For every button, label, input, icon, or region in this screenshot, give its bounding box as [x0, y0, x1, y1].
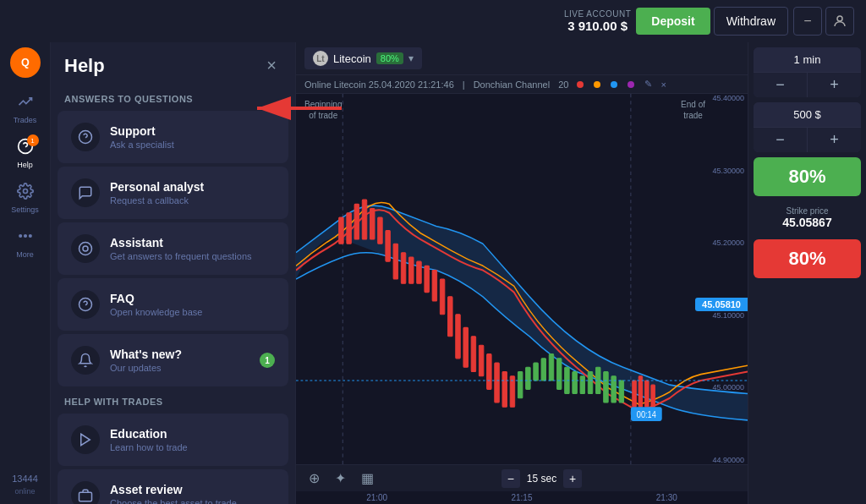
- help-item-assistant[interactable]: Assistant Get answers to frequent questi…: [58, 222, 288, 275]
- svg-point-5: [23, 189, 27, 194]
- svg-rect-26: [362, 200, 367, 239]
- strike-value: 45.05867: [755, 216, 859, 229]
- svg-text:Q: Q: [21, 57, 30, 68]
- svg-rect-60: [633, 381, 637, 407]
- section2-title: Help with Trades: [51, 388, 295, 412]
- chart-svg: 00:14: [296, 94, 748, 464]
- svg-marker-15: [81, 434, 90, 446]
- time-decrease-btn[interactable]: −: [754, 72, 808, 97]
- down-trade-button[interactable]: 80%: [754, 239, 861, 278]
- time-value: 1 min: [754, 47, 861, 72]
- litecoin-icon: Lt: [313, 51, 328, 66]
- dot-blue: [611, 81, 617, 88]
- online-section: 13444 online: [12, 470, 38, 504]
- edit-indicator-icon[interactable]: ✎: [644, 79, 652, 90]
- nav-item-trades[interactable]: Trades: [0, 86, 50, 131]
- deposit-button[interactable]: Deposit: [636, 8, 710, 35]
- nav-more-label: More: [16, 250, 34, 259]
- personal-analyst-desc: Request a callback: [110, 195, 275, 205]
- svg-point-8: [29, 235, 31, 238]
- whats-new-icon: [71, 346, 100, 375]
- help-close-button[interactable]: ×: [261, 54, 282, 77]
- help-item-whats-new[interactable]: What's new? Our updates 1: [58, 334, 288, 386]
- chart-toolbar: Lt Litecoin 80% ▾: [296, 42, 748, 75]
- asset-selector[interactable]: Lt Litecoin 80% ▾: [304, 47, 422, 69]
- svg-rect-50: [549, 354, 554, 381]
- close-indicator-icon[interactable]: ×: [660, 79, 666, 90]
- withdraw-button[interactable]: Withdraw: [714, 7, 788, 36]
- online-count: 13444: [12, 470, 38, 487]
- svg-rect-36: [440, 279, 445, 315]
- nav-item-settings[interactable]: Settings: [0, 176, 50, 221]
- assistant-desc: Get answers to frequent questions: [110, 251, 275, 261]
- asset-review-name: Asset review: [110, 483, 275, 496]
- left-nav: Q Trades 1 Help: [0, 42, 51, 504]
- help-item-faq[interactable]: FAQ Open knowledge base: [58, 278, 288, 331]
- svg-rect-59: [619, 381, 624, 403]
- svg-rect-37: [448, 297, 453, 337]
- help-item-personal-analyst[interactable]: Personal analyst Request a callback: [58, 167, 288, 219]
- minus-button[interactable]: −: [793, 7, 822, 36]
- help-panel: Help × Answers to Questions Support Ask …: [51, 42, 296, 504]
- svg-rect-51: [556, 359, 562, 390]
- amount-increase-btn[interactable]: +: [808, 127, 861, 152]
- strike-price-box: Strike price 45.05867: [754, 201, 861, 234]
- main-layout: Q Trades 1 Help: [0, 42, 866, 504]
- svg-rect-28: [378, 217, 383, 244]
- whats-new-badge: 1: [260, 353, 275, 368]
- help-icon: 1: [17, 138, 34, 159]
- chart-tools: ⊕ ✦ ▦: [304, 468, 378, 488]
- settings-icon: [17, 183, 34, 204]
- nav-help-label: Help: [17, 161, 33, 169]
- dot-purple: [628, 81, 634, 88]
- account-value: 3 910.00 $: [567, 19, 628, 33]
- time-decrease-button[interactable]: −: [502, 469, 520, 488]
- whats-new-name: What's new?: [110, 348, 260, 361]
- account-label: LIVE ACCOUNT: [564, 9, 631, 19]
- faq-desc: Open knowledge base: [110, 307, 275, 317]
- account-info: LIVE ACCOUNT 3 910.00 $: [564, 9, 631, 33]
- chart-area: Lt Litecoin 80% ▾ Online Litecoin 25.04.…: [296, 42, 748, 504]
- nav-item-more[interactable]: More: [0, 221, 50, 266]
- tool-crosshair[interactable]: ⊕: [304, 468, 324, 488]
- right-panel: 1 min − + 500 $ − + 80% Strike price 45.…: [748, 42, 866, 504]
- svg-rect-34: [425, 266, 430, 292]
- dropdown-arrow: ▾: [408, 52, 414, 64]
- svg-point-7: [24, 235, 26, 238]
- svg-rect-32: [409, 257, 414, 283]
- amount-decrease-btn[interactable]: −: [754, 127, 808, 152]
- svg-rect-24: [347, 213, 352, 244]
- help-badge: 1: [27, 134, 39, 146]
- svg-rect-16: [79, 492, 92, 501]
- chart-time-selector: − 15 sec +: [502, 469, 582, 488]
- topbar: LIVE ACCOUNT 3 910.00 $ Deposit Withdraw…: [0, 0, 866, 42]
- help-item-education[interactable]: Education Learn how to trade: [58, 414, 288, 466]
- svg-rect-30: [393, 244, 398, 279]
- education-name: Education: [110, 427, 275, 441]
- user-button[interactable]: [825, 7, 854, 36]
- tool-layout[interactable]: ▦: [357, 468, 378, 488]
- chart-svg-wrap: 45.40000 45.30000 45.20000 45.10000 45.0…: [296, 94, 748, 464]
- education-desc: Learn how to trade: [110, 442, 275, 452]
- assistant-name: Assistant: [110, 236, 275, 249]
- svg-rect-54: [580, 376, 585, 394]
- x-label-3: 21:30: [656, 493, 677, 502]
- nav-item-help[interactable]: 1 Help: [0, 131, 50, 176]
- time-input-group: 1 min − +: [754, 47, 861, 97]
- more-icon: [17, 227, 34, 249]
- svg-point-12: [83, 246, 88, 251]
- svg-rect-53: [573, 372, 578, 394]
- svg-point-11: [79, 243, 92, 255]
- svg-rect-40: [471, 337, 476, 372]
- svg-text:00:14: 00:14: [637, 409, 657, 419]
- time-increase-button[interactable]: +: [563, 469, 582, 488]
- time-increase-btn[interactable]: +: [808, 72, 861, 97]
- faq-icon: [71, 290, 100, 319]
- svg-rect-46: [518, 372, 523, 398]
- help-item-support[interactable]: Support Ask a specialist: [58, 111, 288, 163]
- svg-rect-23: [339, 217, 344, 244]
- up-trade-button[interactable]: 80%: [754, 157, 861, 196]
- asset-review-desc: Choose the best asset to trade: [110, 498, 275, 504]
- help-item-asset-review[interactable]: Asset review Choose the best asset to tr…: [58, 469, 288, 504]
- tool-draw[interactable]: ✦: [331, 468, 350, 488]
